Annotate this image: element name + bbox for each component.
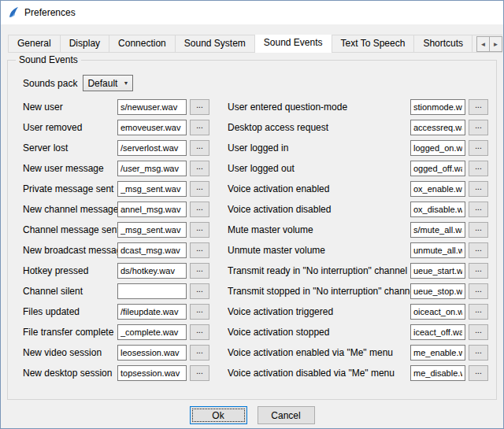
browse-button[interactable]: ...	[469, 181, 488, 197]
tab-display[interactable]: Display	[60, 35, 109, 53]
sound-event-label: User logged in	[228, 142, 410, 153]
sound-file-input[interactable]	[117, 283, 187, 299]
sound-file-input[interactable]	[117, 222, 187, 238]
sound-event-row: Private message sent...	[23, 179, 218, 199]
browse-button[interactable]: ...	[190, 263, 209, 279]
sound-event-row: New user...	[23, 97, 218, 117]
browse-button[interactable]: ...	[190, 140, 209, 156]
sound-file-input[interactable]	[117, 263, 187, 279]
sound-file-input[interactable]	[117, 304, 187, 320]
sound-file-input[interactable]	[410, 345, 465, 361]
sounds-pack-value: Default	[87, 78, 117, 89]
sound-file-input[interactable]	[410, 242, 465, 258]
browse-button[interactable]: ...	[469, 242, 488, 258]
sound-file-input[interactable]	[410, 304, 465, 320]
sound-event-label: Channel message sent	[23, 224, 117, 235]
title-bar[interactable]: Preferences	[1, 1, 503, 24]
browse-button[interactable]: ...	[469, 304, 488, 320]
sound-event-row: New desktop session...	[23, 363, 218, 383]
browse-button[interactable]: ...	[469, 120, 488, 135]
browse-button[interactable]: ...	[190, 99, 209, 115]
sound-file-input[interactable]	[410, 365, 465, 381]
sound-event-label: Voice activation triggered	[228, 306, 410, 317]
sound-file-input[interactable]	[117, 140, 187, 156]
sound-file-input[interactable]	[410, 99, 465, 115]
browse-button[interactable]: ...	[469, 140, 488, 156]
ok-button[interactable]: Ok	[190, 406, 247, 424]
events-column-right: User entered question-mode...Desktop acc…	[228, 97, 488, 383]
sound-event-row: Voice activation disabled...	[228, 199, 488, 220]
browse-button[interactable]: ...	[469, 283, 488, 299]
browse-button[interactable]: ...	[190, 345, 209, 361]
browse-button[interactable]: ...	[190, 324, 209, 340]
chevron-down-icon: ▼	[123, 80, 128, 86]
sound-event-label: Transmit ready in "No interruption" chan…	[228, 265, 410, 276]
sound-file-input[interactable]	[410, 263, 465, 279]
sound-file-input[interactable]	[117, 365, 187, 381]
sound-file-input[interactable]	[117, 324, 187, 340]
sound-file-input[interactable]	[410, 222, 465, 238]
sound-file-input[interactable]	[410, 120, 465, 135]
sound-event-label: Private message sent	[23, 183, 117, 194]
browse-button[interactable]: ...	[469, 202, 488, 217]
tab-sound-system[interactable]: Sound System	[175, 35, 255, 53]
sound-event-label: Server lost	[23, 142, 117, 153]
sound-event-label: New video session	[23, 347, 117, 358]
sound-event-label: Mute master volume	[228, 224, 410, 235]
browse-button[interactable]: ...	[469, 324, 488, 340]
sound-file-input[interactable]	[410, 283, 465, 299]
browse-button[interactable]: ...	[190, 365, 209, 381]
sound-file-input[interactable]	[410, 181, 465, 197]
sound-event-row: Voice activation enabled...	[228, 179, 488, 199]
sound-event-label: Files updated	[23, 306, 117, 317]
sound-event-row: Server lost...	[23, 138, 218, 158]
sound-file-input[interactable]	[117, 181, 187, 197]
sound-file-input[interactable]	[117, 161, 187, 176]
sound-event-label: User entered question-mode	[228, 102, 410, 113]
tab-shortcuts[interactable]: Shortcuts	[413, 35, 472, 53]
sound-file-input[interactable]	[410, 161, 465, 176]
sound-event-row: User entered question-mode...	[228, 97, 488, 117]
sound-event-label: Channel silent	[23, 286, 117, 297]
footer-buttons: Ok Cancel	[1, 406, 503, 424]
browse-button[interactable]: ...	[469, 345, 488, 361]
browse-button[interactable]: ...	[190, 222, 209, 238]
browse-button[interactable]: ...	[190, 304, 209, 320]
sound-file-input[interactable]	[117, 345, 187, 361]
tab-scroll-right-button[interactable]: ►	[489, 36, 502, 52]
browse-button[interactable]: ...	[469, 222, 488, 238]
sound-file-input[interactable]	[117, 202, 187, 217]
sound-file-input[interactable]	[117, 99, 187, 115]
sound-event-row: New broadcast message...	[23, 240, 218, 261]
sound-event-label: User logged out	[228, 163, 410, 174]
sound-event-row: File transfer complete...	[23, 322, 218, 342]
sound-event-row: Transmit stopped in "No interruption" ch…	[228, 281, 488, 301]
sounds-pack-select[interactable]: Default ▼	[83, 75, 133, 91]
browse-button[interactable]: ...	[469, 161, 488, 176]
sound-event-row: Voice activation triggered...	[228, 301, 488, 322]
sound-file-input[interactable]	[117, 242, 187, 258]
sound-file-input[interactable]	[410, 140, 465, 156]
browse-button[interactable]: ...	[190, 161, 209, 176]
cancel-button[interactable]: Cancel	[258, 406, 315, 424]
tab-connection[interactable]: Connection	[109, 35, 176, 53]
sound-event-row: Voice activation stopped...	[228, 322, 488, 342]
browse-button[interactable]: ...	[190, 202, 209, 217]
sound-event-label: Desktop access request	[228, 122, 410, 133]
browse-button[interactable]: ...	[190, 181, 209, 197]
browse-button[interactable]: ...	[190, 120, 209, 135]
sound-file-input[interactable]	[410, 324, 465, 340]
tab-sound-events[interactable]: Sound Events	[254, 35, 332, 53]
sound-event-label: Transmit stopped in "No interruption" ch…	[228, 286, 410, 297]
browse-button[interactable]: ...	[190, 283, 209, 299]
browse-button[interactable]: ...	[469, 365, 488, 381]
tab-scroll-left-button[interactable]: ◄	[476, 36, 490, 52]
sound-event-row: New channel message...	[23, 199, 218, 220]
sound-file-input[interactable]	[117, 120, 187, 135]
tab-general[interactable]: General	[8, 35, 61, 53]
tab-text-to-speech[interactable]: Text To Speech	[332, 35, 415, 53]
browse-button[interactable]: ...	[469, 263, 488, 279]
browse-button[interactable]: ...	[469, 99, 488, 115]
browse-button[interactable]: ...	[190, 242, 209, 258]
sound-file-input[interactable]	[410, 202, 465, 217]
